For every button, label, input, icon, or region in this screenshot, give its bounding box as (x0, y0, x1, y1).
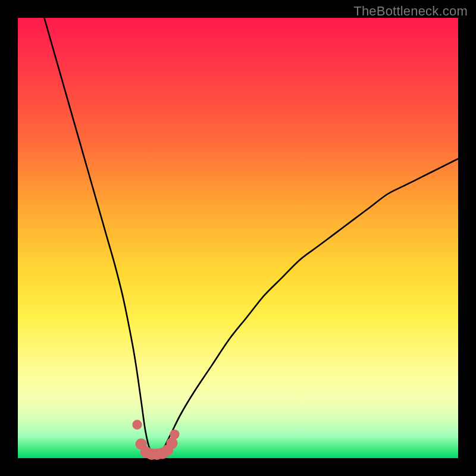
min-region-markers (132, 420, 179, 460)
chart-frame: TheBottleneck.com (0, 0, 476, 476)
marker-dot (170, 430, 179, 439)
marker-dot (166, 437, 177, 449)
marker-dot (132, 420, 142, 430)
curve-layer (44, 18, 458, 455)
chart-svg (18, 18, 458, 458)
watermark-text: TheBottleneck.com (353, 4, 468, 19)
bottleneck-curve-path (44, 18, 458, 455)
